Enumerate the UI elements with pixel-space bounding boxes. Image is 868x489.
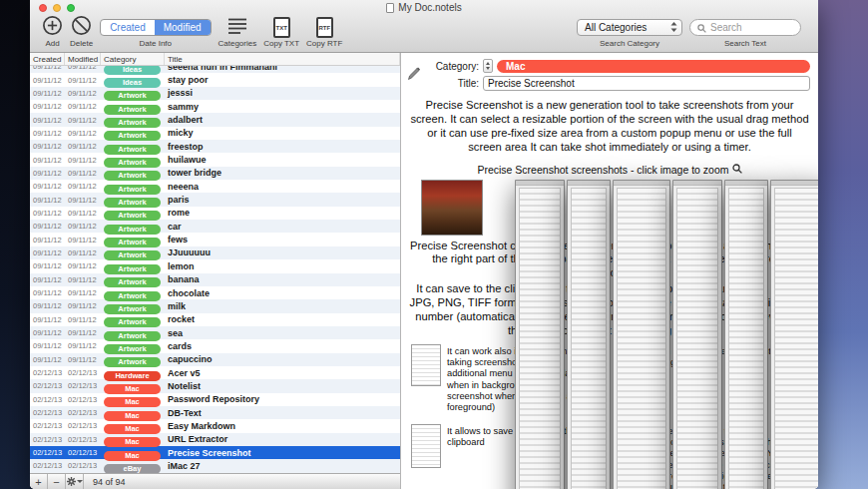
copy-rtf-button[interactable]: RTF Copy RTF	[306, 16, 342, 48]
table-row[interactable]: 09/11/1209/11/12Artworkcar	[30, 220, 400, 233]
categories-button[interactable]: Categories	[218, 16, 257, 48]
category-label: Category:	[427, 61, 479, 72]
table-row[interactable]: 09/11/1209/11/12Ideasstay poor	[30, 73, 400, 86]
note-body[interactable]: Precise Screenshot is a new generation t…	[401, 94, 818, 489]
screenshot-thumbnail[interactable]	[515, 180, 565, 489]
table-row[interactable]: 02/12/1302/12/13eBayiMac 27	[30, 459, 400, 472]
table-row[interactable]: 09/11/1209/11/12Artworkmilk	[30, 299, 400, 312]
column-header-created[interactable]: Created	[30, 53, 65, 65]
table-row[interactable]: 02/12/1302/12/13MacURL Extractor	[30, 433, 400, 446]
titlebar[interactable]: My Doc.notels	[30, 0, 818, 15]
title-cell: tower bridge	[165, 168, 400, 178]
search-text-label: Search Text	[724, 39, 766, 48]
title-row: Title:	[427, 76, 810, 91]
created-cell: 09/11/12	[30, 328, 65, 337]
search-field[interactable]	[689, 19, 801, 36]
search-category-value: All Categories	[585, 22, 647, 33]
created-cell: 09/11/12	[30, 275, 65, 284]
created-cell: 09/11/12	[30, 209, 65, 218]
table-row[interactable]: 09/11/1209/11/12Artworkcards	[30, 339, 400, 352]
editor-category-pill[interactable]: Mac	[497, 60, 810, 73]
table-row[interactable]: 09/11/1209/11/12Artworktower bridge	[30, 167, 400, 180]
table-row[interactable]: 09/11/1209/11/12Ideasseeena nun in Fimma…	[30, 66, 400, 73]
table-row[interactable]: 02/12/1302/12/13MacEasy Markdown	[30, 419, 400, 432]
modified-cell: 09/11/12	[65, 116, 101, 125]
segment-created[interactable]: Created	[101, 20, 155, 35]
created-cell: 09/11/12	[30, 222, 65, 231]
table-row[interactable]: 02/12/1302/12/13HardwareAcer v5	[30, 366, 400, 379]
created-cell: 09/11/12	[30, 301, 65, 310]
screenshot-thumbnail[interactable]	[724, 180, 768, 489]
table-row[interactable]: 09/11/1209/11/12Artworkfews	[30, 233, 400, 245]
table-row[interactable]: 09/11/1209/11/12Artworkbanana	[30, 273, 400, 286]
table-row[interactable]: 09/11/1209/11/12Artworkneeena	[30, 180, 400, 193]
delete-note-button[interactable]: Delete	[70, 16, 93, 48]
close-button[interactable]	[39, 4, 47, 12]
copy-txt-button[interactable]: TXT Copy TXT	[263, 16, 299, 48]
window-title-area: My Doc.notels	[30, 0, 818, 15]
feature-thumbnail[interactable]	[411, 424, 441, 468]
created-cell: 02/12/13	[30, 381, 65, 390]
desktop-wallpaper	[810, 0, 868, 489]
table-row[interactable]: 09/11/1209/11/12Artworklemon	[30, 259, 400, 272]
table-row[interactable]: 02/12/1302/12/13MacPassword Repository	[30, 393, 400, 406]
add-note-button[interactable]: Add	[42, 16, 63, 48]
category-stepper[interactable]	[483, 59, 493, 73]
modified-cell: 09/11/12	[65, 66, 101, 71]
table-row[interactable]: 09/11/1209/11/12Artworkparis	[30, 193, 400, 206]
table-row[interactable]: 09/11/1209/11/12Artworkjesssi	[30, 87, 400, 100]
editor-fields: Category: Mac Title:	[427, 59, 810, 91]
column-header-title[interactable]: Title	[165, 53, 400, 65]
created-cell: 09/11/12	[30, 248, 65, 257]
column-header-modified[interactable]: Modified	[65, 53, 101, 65]
screenshot-thumbnail[interactable]	[672, 180, 722, 489]
add-row-button[interactable]: +	[30, 474, 48, 489]
table-row[interactable]: 09/11/1209/11/12Artworkrocket	[30, 313, 400, 326]
title-cell: chocolate	[165, 288, 400, 298]
screenshot-thumbnail[interactable]	[567, 180, 611, 489]
search-input[interactable]	[710, 22, 793, 33]
table-row[interactable]: 09/11/1209/11/12Artworkchocolate	[30, 286, 400, 299]
table-row[interactable]: 02/12/1302/12/13MacNotelist	[30, 379, 400, 392]
notes-table-panel: Created Modified Category Title 09/11/12…	[30, 53, 401, 489]
created-cell: 09/11/12	[30, 66, 65, 71]
segment-modified[interactable]: Modified	[155, 20, 211, 35]
toolbar: Add Delete Created Modified Date Info	[30, 15, 818, 52]
table-row[interactable]: 09/11/1209/11/12Artworksea	[30, 326, 400, 339]
table-row[interactable]: 09/11/1209/11/12ArtworkJJuuuuuu	[30, 246, 400, 259]
table-row[interactable]: 02/12/1302/12/13MacDB-Text	[30, 406, 400, 419]
minimize-button[interactable]	[53, 4, 61, 12]
title-cell: jesssi	[165, 88, 400, 98]
screenshot-thumbnail[interactable]	[770, 180, 818, 489]
search-category-dropdown[interactable]: All Categories	[577, 19, 682, 36]
table-row[interactable]: 09/11/1209/11/12Artworkmicky	[30, 127, 400, 140]
modified-cell: 09/11/12	[65, 315, 101, 324]
modified-cell: 09/11/12	[65, 355, 101, 364]
table-row[interactable]: 09/11/1209/11/12Artworkcapuccino	[30, 353, 400, 366]
modified-cell: 09/11/12	[65, 222, 101, 231]
created-cell: 09/11/12	[30, 89, 65, 98]
table-row[interactable]: 09/11/1209/11/12Artworkhuilawue	[30, 153, 400, 166]
table-row[interactable]: 09/11/1209/11/12Artworkfreestop	[30, 140, 400, 153]
action-menu-button[interactable]	[66, 474, 84, 489]
screenshots-caption: Precise Screenshot screenshots - click i…	[477, 164, 728, 177]
zoom-button[interactable]	[67, 4, 75, 12]
created-cell: 09/11/12	[30, 355, 65, 364]
title-cell: Password Repository	[165, 394, 400, 404]
table-row[interactable]: 09/11/1209/11/12Artworkrome	[30, 207, 400, 220]
table-row[interactable]: 02/12/1302/12/13MacPrecise Screenshot	[30, 446, 400, 459]
created-cell: 09/11/12	[30, 182, 65, 191]
created-cell: 09/11/12	[30, 261, 65, 270]
edit-pencil-icon	[407, 66, 421, 85]
column-header-category[interactable]: Category	[101, 53, 165, 65]
table-row[interactable]: 09/11/1209/11/12Artworkadalbert	[30, 113, 400, 126]
title-cell: micky	[165, 128, 400, 138]
remove-row-button[interactable]: −	[48, 474, 66, 489]
feature-thumbnail[interactable]	[411, 344, 441, 386]
modified-cell: 09/11/12	[65, 129, 101, 138]
note-title-input[interactable]	[483, 76, 810, 91]
table-row[interactable]: 09/11/1209/11/12Artworksammy	[30, 100, 400, 113]
screenshot-thumbnail[interactable]	[421, 180, 483, 236]
screenshot-thumbnail[interactable]	[613, 180, 670, 489]
copy-txt-label: Copy TXT	[263, 39, 299, 48]
